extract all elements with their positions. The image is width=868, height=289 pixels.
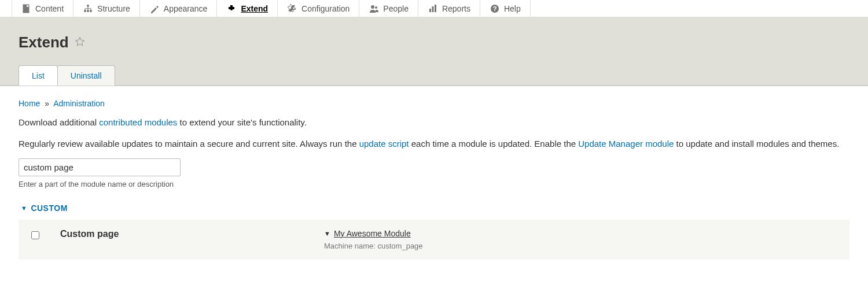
module-enable-checkbox[interactable] xyxy=(31,231,39,239)
extend-icon xyxy=(227,4,236,13)
toolbar-item-extend[interactable]: Extend xyxy=(217,0,278,17)
package-header-custom[interactable]: ▼ CUSTOM xyxy=(21,203,849,213)
content-icon xyxy=(21,4,31,13)
star-icon[interactable] xyxy=(75,36,85,49)
svg-point-5 xyxy=(371,5,374,9)
machine-name: Machine name: custom_page xyxy=(324,242,837,250)
module-details: ▼ My Awesome Module Machine name: custom… xyxy=(324,229,837,250)
svg-rect-8 xyxy=(432,6,433,12)
content-region: Home » Administration Download additiona… xyxy=(0,86,868,289)
toolbar-item-structure[interactable]: Structure xyxy=(73,0,140,17)
toolbar-label: Content xyxy=(35,4,64,13)
svg-point-2 xyxy=(84,10,86,12)
toolbar-item-appearance[interactable]: Appearance xyxy=(140,0,218,17)
admin-toolbar: Content Structure Appearance Extend Conf… xyxy=(0,0,868,17)
toolbar-label: Structure xyxy=(97,4,130,13)
toolbar-item-configuration[interactable]: Configuration xyxy=(278,0,359,17)
toolbar-label: People xyxy=(383,4,409,13)
page-title: Extend xyxy=(19,34,69,51)
svg-point-4 xyxy=(90,10,92,12)
intro-text-1: Download additional contributed modules … xyxy=(19,116,849,129)
update-script-link[interactable]: update script xyxy=(359,139,409,149)
toolbar-label: Appearance xyxy=(164,4,208,13)
tab-list[interactable]: List xyxy=(19,65,58,86)
module-desc-link: My Awesome Module xyxy=(334,229,411,238)
people-icon xyxy=(369,4,378,13)
toolbar-item-help[interactable]: ? Help xyxy=(480,0,531,17)
module-desc-toggle[interactable]: ▼ My Awesome Module xyxy=(324,229,837,238)
appearance-icon xyxy=(150,4,159,13)
toolbar-label: Extend xyxy=(241,4,268,13)
collapse-icon: ▼ xyxy=(21,205,27,212)
svg-rect-7 xyxy=(429,9,431,12)
page-title-wrap: Extend xyxy=(19,34,849,51)
header-region: Extend List Uninstall xyxy=(0,17,868,86)
filter-description: Enter a part of the module name or descr… xyxy=(19,180,849,188)
update-manager-link[interactable]: Update Manager module xyxy=(578,139,674,149)
structure-icon xyxy=(83,4,93,13)
svg-text:?: ? xyxy=(493,5,497,12)
toolbar-item-reports[interactable]: Reports xyxy=(418,0,480,17)
module-filter-input[interactable] xyxy=(19,158,181,176)
help-icon: ? xyxy=(490,4,499,13)
breadcrumb-home[interactable]: Home xyxy=(19,99,40,108)
breadcrumb: Home » Administration xyxy=(19,99,849,108)
svg-point-1 xyxy=(87,5,89,7)
module-name: Custom page xyxy=(60,229,303,239)
collapse-icon: ▼ xyxy=(324,230,330,237)
reports-icon xyxy=(428,4,437,13)
configuration-icon xyxy=(288,4,297,13)
toolbar-label: Configuration xyxy=(301,4,350,13)
svg-point-3 xyxy=(87,10,89,12)
tabs: List Uninstall xyxy=(19,65,849,86)
toolbar-item-content[interactable]: Content xyxy=(12,0,73,17)
package-name: CUSTOM xyxy=(31,203,67,213)
breadcrumb-sep: » xyxy=(45,99,49,108)
toolbar-label: Reports xyxy=(442,4,470,13)
svg-rect-9 xyxy=(435,5,436,12)
intro-text-2: Regularly review available updates to ma… xyxy=(19,138,849,151)
module-row: Custom page ▼ My Awesome Module Machine … xyxy=(19,220,849,260)
toolbar-item-people[interactable]: People xyxy=(359,0,418,17)
breadcrumb-admin[interactable]: Administration xyxy=(53,99,105,108)
tab-uninstall[interactable]: Uninstall xyxy=(57,65,115,86)
contributed-modules-link[interactable]: contributed modules xyxy=(99,117,177,127)
svg-point-6 xyxy=(375,6,377,9)
toolbar-label: Help xyxy=(504,4,521,13)
